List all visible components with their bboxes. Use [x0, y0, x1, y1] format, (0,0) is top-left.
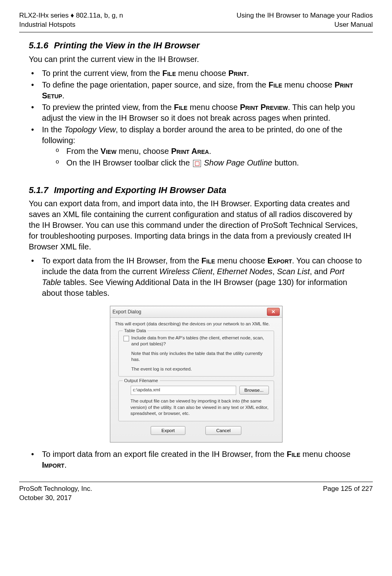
close-icon[interactable]: ✕ — [267, 308, 280, 316]
section-517-title: Importing and Exporting IH Browser Data — [54, 184, 226, 196]
page-content: 5.1.6 Printing the View in the IH Browse… — [19, 40, 373, 470]
list-item: To import data from an export file creat… — [29, 449, 363, 470]
list-item: To preview the printed view, from the Fi… — [29, 102, 363, 124]
section-516-sublist: From the View menu, choose Print Area. O… — [42, 146, 363, 168]
section-516-title: Printing the View in the IH Browser — [54, 40, 200, 52]
page-outline-icon — [193, 160, 201, 167]
list-item: To define the page orientation, paper so… — [29, 80, 363, 101]
section-516-num: 5.1.6 — [29, 40, 48, 52]
include-tables-checkbox[interactable] — [123, 336, 129, 341]
header-right-2: User Manual — [237, 20, 373, 30]
cancel-button[interactable]: Cancel — [205, 426, 241, 435]
section-517-list-1: To export data from the IH Browser, from… — [29, 255, 363, 299]
footer-left-1: ProSoft Technology, Inc. — [19, 484, 92, 494]
header-left-2: Industrial Hotspots — [19, 20, 123, 30]
output-filename-input[interactable]: c:\apdata.xml — [131, 386, 236, 395]
header-divider — [19, 32, 373, 32]
section-517-list-2: To import data from an export file creat… — [29, 449, 363, 470]
section-516-list: To print the current view, from the File… — [29, 68, 363, 169]
list-item: To export data from the IH Browser, from… — [29, 255, 363, 299]
section-516-heading: 5.1.6 Printing the View in the IH Browse… — [29, 40, 363, 52]
table-data-group: Table Data Include data from the AP's ta… — [118, 331, 274, 377]
list-item: On the IH Browser toolbar click the Show… — [56, 157, 363, 168]
section-517-heading: 5.1.7 Importing and Exporting IH Browser… — [29, 184, 363, 196]
page-footer: ProSoft Technology, Inc. October 30, 201… — [19, 484, 373, 503]
export-dialog: Export Dialog ✕ This will export (data d… — [110, 306, 283, 442]
output-filename-group: Output Filename c:\apdata.xml Browse... … — [118, 381, 274, 421]
dialog-note-2: The event log is not exported. — [131, 366, 269, 373]
list-item: In the Topology View, to display a borde… — [29, 124, 363, 169]
section-517-intro: You can export data from, and import dat… — [29, 198, 363, 252]
page-header: RLX2-IHx series ♦ 802.11a, b, g, n Indus… — [19, 11, 373, 30]
dialog-titlebar: Export Dialog ✕ — [110, 306, 282, 318]
section-517-num: 5.1.7 — [29, 184, 48, 196]
output-description: The output file can be viewed by importi… — [131, 398, 269, 417]
dialog-note-1: Note that this only includes the table d… — [131, 351, 269, 363]
dialog-intro: This will export (data describing) the d… — [115, 321, 277, 327]
list-item: To print the current view, from the File… — [29, 68, 363, 79]
browse-button[interactable]: Browse... — [239, 386, 269, 395]
export-button[interactable]: Export — [151, 426, 185, 435]
footer-page-number: Page 125 of 227 — [323, 484, 373, 503]
footer-divider — [19, 482, 373, 482]
group-label: Output Filename — [123, 378, 160, 384]
footer-left-2: October 30, 2017 — [19, 494, 92, 503]
list-item: From the View menu, choose Print Area. — [56, 146, 363, 157]
include-tables-label: Include data from the AP's tables (the c… — [131, 335, 269, 347]
section-516-intro: You can print the current view in the IH… — [29, 54, 363, 65]
dialog-title-text: Export Dialog — [113, 309, 141, 315]
header-left-1: RLX2-IHx series ♦ 802.11a, b, g, n — [19, 11, 123, 20]
header-right-1: Using the IH Browser to Manage your Radi… — [237, 11, 373, 20]
group-label: Table Data — [123, 328, 148, 334]
